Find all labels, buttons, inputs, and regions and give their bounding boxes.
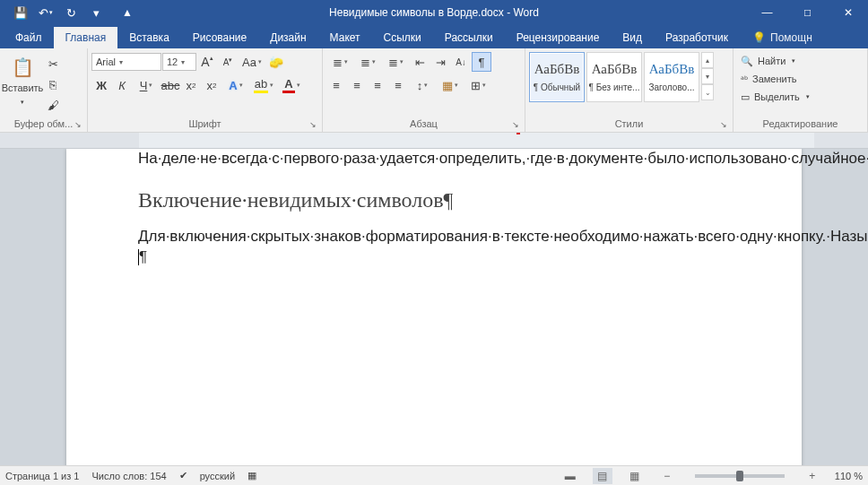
view-web-layout-button[interactable]: ▦ <box>625 468 645 484</box>
grow-font-button[interactable]: A▴ <box>197 52 217 72</box>
copy-icon: ⎘ <box>49 78 56 91</box>
bullets-button[interactable]: ≣▾ <box>326 52 353 72</box>
tab-home[interactable]: Главная <box>54 27 118 48</box>
gallery-more-button[interactable]: ⌄ <box>701 84 714 100</box>
close-button[interactable]: ✕ <box>828 0 868 25</box>
gallery-down-button[interactable]: ▾ <box>701 68 714 84</box>
zoom-in-button[interactable]: + <box>803 468 822 484</box>
status-proofing-icon[interactable]: ✔ <box>179 470 187 481</box>
align-right-button[interactable]: ≡ <box>368 75 387 95</box>
cut-button[interactable]: ✂ <box>43 54 63 74</box>
tab-draw[interactable]: Рисование <box>181 27 258 48</box>
font-family-select[interactable]: Arial▾ <box>91 53 161 71</box>
style-name: Заголово... <box>649 82 695 92</box>
superscript-button[interactable]: x2 <box>202 75 221 95</box>
zoom-level[interactable]: 110 % <box>835 471 863 481</box>
paragraph-launcher[interactable]: ↘ <box>509 118 521 130</box>
paragraph-2[interactable]: Для·включения·скрытых·знаков·форматирова… <box>138 227 730 247</box>
italic-button[interactable]: К <box>112 75 132 95</box>
zoom-out-button[interactable]: − <box>657 468 677 484</box>
copy-button[interactable]: ⎘ <box>43 74 63 94</box>
font-size-select[interactable]: 12▾ <box>162 53 196 71</box>
replace-button[interactable]: ᵃᵇЗаменить <box>737 70 800 88</box>
tab-layout[interactable]: Макет <box>318 27 372 48</box>
change-case-button[interactable]: Aa▾ <box>239 52 265 72</box>
increase-indent-button[interactable]: ⇥ <box>430 52 450 72</box>
view-read-mode-button[interactable]: ▬ <box>560 468 580 484</box>
zoom-slider[interactable] <box>695 474 785 478</box>
paragraph-empty[interactable]: ¶ <box>138 247 730 268</box>
group-editing-label: Редактирование <box>763 118 838 129</box>
tab-review[interactable]: Рецензирование <box>505 27 612 48</box>
clear-formatting-button[interactable]: 🧽 <box>266 52 286 72</box>
subscript-button[interactable]: x2 <box>181 75 201 95</box>
strikethrough-button[interactable]: abc <box>161 75 180 95</box>
group-clipboard: 📋 Вставить ▾ ✂ ⎘ 🖌 Буфер обм...↘ <box>0 48 88 132</box>
status-page[interactable]: Страница 1 из 1 <box>5 471 79 481</box>
status-language[interactable]: русский <box>200 471 235 481</box>
borders-button[interactable]: ⊞▾ <box>464 75 491 95</box>
align-left-button[interactable]: ≡ <box>326 75 346 95</box>
tab-insert[interactable]: Вставка <box>117 27 181 48</box>
tell-me-box[interactable]: 💡 Помощн <box>743 27 821 48</box>
find-button[interactable]: 🔍Найти▾ <box>737 52 799 70</box>
highlight-button[interactable]: ab▾ <box>250 75 277 95</box>
numbering-icon: ≣ <box>360 56 370 69</box>
horizontal-ruler[interactable] <box>0 133 868 149</box>
format-painter-button[interactable]: 🖌 <box>43 95 63 115</box>
qat-customize-button[interactable]: ▾ <box>84 3 108 22</box>
decrease-indent-button[interactable]: ⇤ <box>410 52 430 72</box>
text-effects-button[interactable]: A▾ <box>222 75 249 95</box>
maximize-button[interactable]: □ <box>787 0 828 25</box>
view-print-layout-button[interactable]: ▤ <box>593 468 612 484</box>
quick-access-toolbar: 💾 ↶▾ ↻ ▾ <box>0 3 108 22</box>
status-macro-icon[interactable]: ▦ <box>247 470 256 481</box>
status-word-count[interactable]: Число слов: 154 <box>91 471 166 481</box>
save-button[interactable]: 💾 <box>9 3 32 22</box>
heading-1[interactable]: Включение·невидимых·символов¶ <box>138 186 730 214</box>
minimize-button[interactable]: — <box>747 0 787 25</box>
style-preview: АаБбВв <box>534 62 580 77</box>
document-area[interactable]: На·деле·не·всегда·с·первого·раза·удается… <box>0 149 868 465</box>
bold-button[interactable]: Ж <box>91 75 111 95</box>
tab-references[interactable]: Ссылки <box>372 27 433 48</box>
shrink-font-button[interactable]: A▾ <box>218 52 238 72</box>
zoom-slider-thumb[interactable] <box>736 471 743 481</box>
lightbulb-icon: 💡 <box>752 31 766 44</box>
clipboard-launcher[interactable]: ↘ <box>72 118 83 130</box>
style-no-spacing[interactable]: АаБбВв ¶ Без инте... <box>586 52 642 102</box>
gallery-up-button[interactable]: ▴ <box>701 52 714 68</box>
document-page: На·деле·не·всегда·с·первого·раза·удается… <box>66 149 802 465</box>
sort-button[interactable]: A↓ <box>451 52 471 72</box>
tab-design[interactable]: Дизайн <box>258 27 317 48</box>
align-center-button[interactable]: ≡ <box>347 75 367 95</box>
redo-button[interactable]: ↻ <box>59 3 82 22</box>
align-justify-button[interactable]: ≡ <box>388 75 408 95</box>
style-preview: АаБбВв <box>649 62 695 77</box>
styles-launcher[interactable]: ↘ <box>717 118 729 130</box>
paste-button[interactable]: 📋 Вставить ▾ <box>4 52 41 109</box>
align-justify-icon: ≡ <box>395 79 402 92</box>
font-color-button[interactable]: A▾ <box>278 75 305 95</box>
tab-developer[interactable]: Разработчик <box>654 27 740 48</box>
show-paragraph-marks-button[interactable]: ¶ <box>472 52 491 72</box>
select-button[interactable]: ▭Выделить▾ <box>737 88 813 106</box>
font-launcher[interactable]: ↘ <box>307 118 318 130</box>
pilcrow-icon: ¶ <box>479 56 485 69</box>
underline-button[interactable]: Ч▾ <box>133 75 160 95</box>
paste-icon: 📋 <box>9 54 36 81</box>
document-content[interactable]: На·деле·не·всегда·с·первого·раза·удается… <box>138 149 730 268</box>
style-normal[interactable]: АаБбВв ¶ Обычный <box>529 52 585 102</box>
numbering-button[interactable]: ≣▾ <box>354 52 381 72</box>
style-heading1[interactable]: АаБбВв Заголово... <box>644 52 699 102</box>
tab-file[interactable]: Файл <box>4 27 54 48</box>
tab-mailings[interactable]: Рассылки <box>433 27 505 48</box>
ribbon-options-button[interactable]: ▲ <box>108 0 147 25</box>
multilevel-button[interactable]: ≣▾ <box>382 52 409 72</box>
shading-button[interactable]: ▦▾ <box>437 75 464 95</box>
paragraph-1[interactable]: На·деле·не·всегда·с·первого·раза·удается… <box>138 149 730 169</box>
tab-view[interactable]: Вид <box>611 27 654 48</box>
brush-icon: 🖌 <box>48 99 59 112</box>
undo-button[interactable]: ↶▾ <box>34 3 57 22</box>
line-spacing-button[interactable]: ↕▾ <box>409 75 436 95</box>
